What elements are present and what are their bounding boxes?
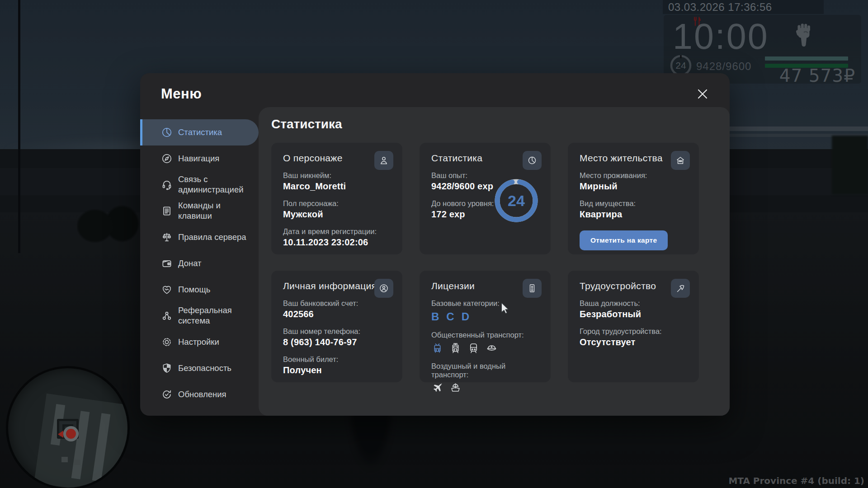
house-icon (671, 151, 690, 170)
field-value: Мужской (283, 209, 391, 220)
menu-title: Меню (161, 86, 202, 102)
field-label: Место проживания: (580, 171, 687, 180)
card-about-character: О персонаже Ваш никнейм: Marco_Moretti П… (271, 143, 402, 254)
tram-icon (449, 342, 462, 354)
license-icon (523, 279, 542, 298)
field-label: Военный билет: (283, 355, 391, 364)
mark-on-map-button[interactable]: Отметить на карте (580, 230, 668, 250)
ship-icon (449, 382, 462, 394)
sidebar-item-security[interactable]: Безопасность (140, 355, 259, 381)
card-employment: Трудоустройство Ваша должность: Безработ… (568, 271, 699, 382)
field-label: Пол персонажа: (283, 199, 391, 208)
level-value: 24 (493, 177, 540, 224)
menu-window: Меню Статистика Навигация (140, 73, 730, 416)
air-water-licenses (431, 382, 539, 394)
gear-icon (161, 336, 173, 348)
minimap (8, 368, 127, 488)
field-value: 10.11.2023 23:02:06 (283, 237, 391, 248)
sidebar-item-help[interactable]: Помощь (140, 277, 259, 303)
sidebar-item-label: Обновления (178, 389, 249, 400)
person-icon (374, 151, 393, 170)
client-watermark: MTA Province #4 (build: 1) (728, 475, 864, 486)
conductor-cap-icon (486, 342, 498, 354)
close-icon[interactable] (693, 85, 712, 103)
category-d: D (462, 310, 469, 323)
field-value: Отсутствует (580, 337, 687, 347)
referral-icon (161, 310, 173, 322)
sidebar-item-settings[interactable]: Настройки (140, 329, 259, 355)
pickaxe-icon (671, 279, 690, 298)
metro-icon (467, 342, 480, 354)
trolleybus-icon (431, 342, 443, 354)
page-title: Статистика (271, 117, 342, 131)
sidebar-item-navigation[interactable]: Навигация (140, 145, 259, 172)
field-label: Воздушный и водный транспорт: (431, 362, 539, 379)
sidebar-item-referral[interactable]: Реферальная система (140, 303, 259, 329)
sidebar-item-server-rules[interactable]: Правила сервера (140, 224, 259, 250)
field-value: Безработный (580, 309, 687, 319)
sidebar-item-commands[interactable]: Команды и клавиши (140, 198, 259, 224)
pie-chart-icon (523, 151, 542, 170)
category-c: C (446, 310, 454, 323)
sidebar-item-label: Реферальная система (178, 305, 249, 326)
sidebar-item-label: Статистика (178, 127, 249, 138)
field-label: Ваш никнейм: (283, 171, 391, 180)
minimap-player-marker (63, 426, 79, 441)
level-progress-ring: 24 (493, 177, 540, 224)
sidebar-item-admin-contact[interactable]: Связь с администрацией (140, 172, 259, 198)
card-statistics: Статистика Ваш опыт: 9428/9600 exp До но… (420, 143, 551, 254)
field-label: Ваш банковский счет: (283, 299, 391, 308)
public-transport-licenses (431, 342, 539, 354)
updates-icon (161, 389, 173, 400)
field-label: Вид имущества: (580, 199, 687, 208)
field-label: Ваша должность: (580, 299, 687, 308)
card-personal-info: Личная информация Ваш банковский счет: 4… (271, 271, 402, 382)
content-area: Статистика О персонаже Ваш никнейм: Marc… (259, 107, 730, 416)
field-value: Marco_Moretti (283, 181, 391, 192)
sidebar-item-donate[interactable]: Донат (140, 250, 259, 277)
field-label: Общественный транспорт: (431, 331, 539, 339)
field-label: Город трудоустройства: (580, 327, 687, 336)
field-value: Квартира (580, 209, 687, 220)
handshake-icon (161, 284, 173, 296)
field-value: Мирный (580, 181, 687, 192)
card-licenses: Лицензии Базовые категории: B C D Общест… (420, 271, 551, 382)
pie-chart-icon (161, 127, 173, 138)
plane-icon (431, 382, 443, 394)
license-categories: B C D (431, 310, 539, 323)
category-b: B (431, 310, 439, 323)
mouse-cursor (501, 303, 511, 315)
headset-icon (161, 179, 173, 191)
card-residence: Место жительства Место проживания: Мирны… (568, 143, 699, 254)
field-value: 8 (963) 140-76-97 (283, 337, 391, 347)
sidebar-item-label: Навигация (178, 154, 249, 164)
sidebar-item-label: Правила сервера (178, 232, 249, 243)
sidebar-item-updates[interactable]: Обновления (140, 381, 259, 408)
field-label: Ваш номер телефона: (283, 327, 391, 336)
person-circle-icon (374, 279, 393, 298)
field-label: Дата и время регистрации: (283, 227, 391, 236)
field-value: 402566 (283, 309, 391, 319)
wallet-icon (161, 258, 173, 269)
shield-icon (161, 362, 173, 374)
sidebar: Статистика Навигация Связь с администрац… (140, 119, 259, 408)
compass-icon (161, 153, 173, 164)
field-value: Получен (283, 365, 391, 375)
scales-icon (161, 231, 173, 243)
commands-icon (161, 205, 173, 217)
sidebar-item-label: Настройки (178, 337, 249, 347)
sidebar-item-label: Команды и клавиши (178, 201, 249, 221)
field-label: Базовые категории: (431, 299, 539, 308)
sidebar-item-label: Помощь (178, 285, 249, 295)
sidebar-item-statistics[interactable]: Статистика (140, 119, 259, 145)
sidebar-item-label: Связь с администрацией (178, 174, 249, 195)
sidebar-item-label: Донат (178, 258, 249, 269)
minimap-player-arrow (58, 431, 63, 438)
sidebar-item-label: Безопасность (178, 363, 249, 374)
